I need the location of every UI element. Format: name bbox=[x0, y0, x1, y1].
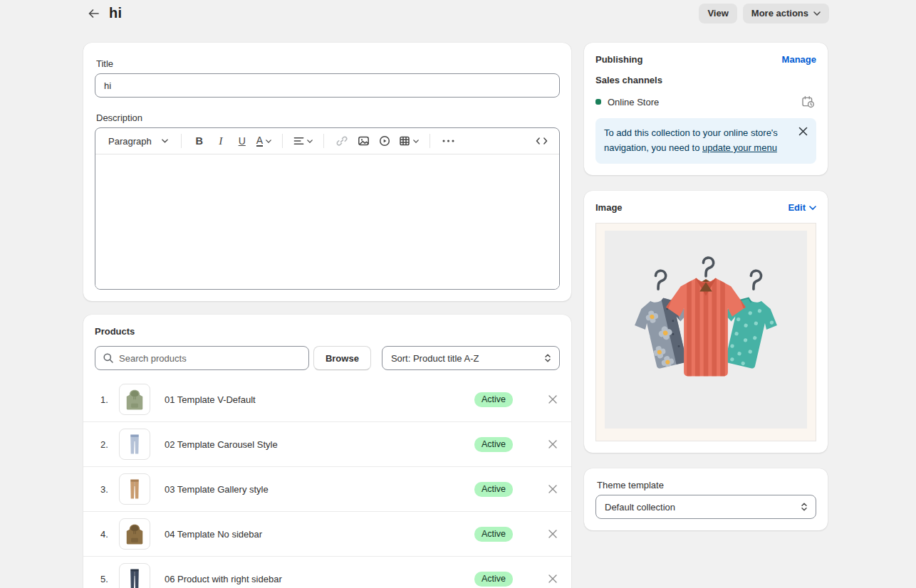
product-row: 2. 02 Template Carousel Style Active bbox=[83, 422, 571, 467]
publishing-card: Publishing Manage Sales channels Online … bbox=[584, 43, 828, 175]
channel-status-dot bbox=[595, 99, 601, 105]
status-badge: Active bbox=[474, 482, 513, 497]
sort-select[interactable]: Sort: Product title A-Z bbox=[382, 346, 560, 370]
title-label: Title bbox=[96, 58, 560, 69]
product-name-link[interactable]: 01 Template V-Default bbox=[165, 394, 474, 405]
updown-stepper-icon bbox=[543, 353, 552, 363]
insert-video-button[interactable] bbox=[375, 131, 394, 151]
alignment-button[interactable] bbox=[291, 131, 315, 151]
more-actions-button[interactable]: More actions bbox=[743, 4, 829, 23]
product-thumbnail bbox=[119, 473, 150, 505]
link-icon bbox=[336, 135, 348, 147]
underline-button[interactable]: U bbox=[233, 131, 251, 151]
title-input[interactable] bbox=[95, 73, 560, 98]
chevron-down-icon bbox=[413, 140, 419, 143]
product-thumbnail bbox=[119, 429, 150, 460]
chevron-down-icon bbox=[307, 140, 313, 143]
video-play-icon bbox=[379, 135, 390, 147]
remove-product-button[interactable] bbox=[544, 570, 561, 587]
image-heading: Image bbox=[595, 202, 623, 213]
italic-icon: I bbox=[219, 135, 222, 147]
chevron-down-icon bbox=[162, 139, 168, 143]
back-button[interactable] bbox=[85, 5, 103, 22]
search-icon bbox=[103, 352, 114, 364]
product-name-link[interactable]: 02 Template Carousel Style bbox=[165, 439, 474, 450]
remove-product-button[interactable] bbox=[544, 436, 561, 453]
product-row: 5. 06 Product with right sidebar Active bbox=[83, 557, 571, 588]
close-icon bbox=[548, 574, 557, 583]
product-index: 3. bbox=[100, 484, 119, 495]
schedule-publish-button[interactable] bbox=[800, 94, 816, 110]
toolbar-divider bbox=[430, 134, 430, 148]
close-icon bbox=[548, 395, 557, 404]
description-editor: Paragraph B I U A bbox=[95, 127, 560, 290]
link-button[interactable] bbox=[333, 131, 351, 151]
status-badge: Active bbox=[474, 392, 513, 407]
close-icon bbox=[548, 530, 557, 538]
insert-table-button[interactable] bbox=[397, 131, 421, 151]
image-icon bbox=[358, 135, 370, 147]
product-row: 1. 01 Template V-Default Active bbox=[83, 377, 571, 422]
remove-product-button[interactable] bbox=[544, 391, 561, 408]
description-label: Description bbox=[96, 112, 560, 123]
underline-icon: U bbox=[239, 135, 246, 147]
product-thumbnail bbox=[119, 384, 150, 415]
arrow-left-icon bbox=[88, 8, 100, 19]
close-icon bbox=[548, 485, 557, 493]
products-card: Products Browse Sort: Product title A-Z bbox=[83, 315, 571, 588]
navigation-info-banner: To add this collection to your online st… bbox=[595, 118, 816, 164]
edit-image-dropdown[interactable]: Edit bbox=[788, 202, 816, 213]
banner-close-button[interactable] bbox=[796, 125, 810, 138]
search-products-field bbox=[95, 346, 309, 370]
close-icon bbox=[798, 127, 808, 136]
text-color-icon: A bbox=[256, 135, 263, 147]
browse-button[interactable]: Browse bbox=[313, 346, 371, 370]
theme-template-label: Theme template bbox=[597, 480, 816, 490]
theme-template-select[interactable]: Default collection bbox=[595, 495, 816, 519]
editor-toolbar: Paragraph B I U A bbox=[95, 128, 559, 154]
status-badge: Active bbox=[474, 527, 513, 542]
collection-image[interactable] bbox=[595, 223, 816, 441]
update-menu-link[interactable]: update your menu bbox=[702, 142, 777, 153]
italic-button[interactable]: I bbox=[212, 131, 230, 151]
product-name-link[interactable]: 06 Product with right sidebar bbox=[165, 574, 474, 584]
view-button[interactable]: View bbox=[699, 4, 737, 23]
chevron-down-icon bbox=[809, 206, 816, 210]
close-icon bbox=[548, 440, 557, 448]
description-content[interactable] bbox=[95, 154, 559, 289]
product-thumbnail bbox=[119, 563, 150, 588]
bold-icon: B bbox=[195, 135, 202, 147]
product-name-link[interactable]: 04 Template No sidebar bbox=[165, 529, 474, 540]
product-name-link[interactable]: 03 Template Gallery style bbox=[165, 484, 474, 495]
product-row: 3. 03 Template Gallery style Active bbox=[83, 467, 571, 512]
updown-stepper-icon bbox=[800, 502, 808, 512]
status-badge: Active bbox=[474, 572, 513, 587]
toolbar-divider bbox=[282, 134, 283, 148]
code-icon bbox=[536, 136, 548, 146]
product-rows: 1. 01 Template V-Default Active 2. 02 Te… bbox=[83, 377, 571, 588]
product-row: 4. 04 Template No sidebar Active bbox=[83, 512, 571, 557]
chevron-down-icon bbox=[813, 11, 821, 16]
toolbar-divider bbox=[323, 134, 324, 148]
product-thumbnail bbox=[119, 518, 150, 550]
table-icon bbox=[399, 135, 410, 147]
product-index: 2. bbox=[100, 439, 119, 450]
calendar-clock-icon bbox=[801, 95, 815, 108]
code-view-button[interactable] bbox=[532, 131, 551, 151]
channel-row: Online Store bbox=[595, 94, 816, 110]
text-color-button[interactable]: A bbox=[254, 131, 274, 151]
paragraph-style-dropdown[interactable]: Paragraph bbox=[104, 131, 172, 151]
bold-button[interactable]: B bbox=[190, 131, 209, 151]
sales-channels-heading: Sales channels bbox=[595, 75, 816, 85]
more-formatting-button[interactable] bbox=[439, 131, 457, 151]
publishing-heading: Publishing bbox=[595, 54, 642, 65]
product-index: 4. bbox=[100, 529, 119, 540]
remove-product-button[interactable] bbox=[544, 525, 561, 542]
product-index: 1. bbox=[100, 394, 119, 405]
image-card: Image Edit bbox=[584, 191, 828, 453]
remove-product-button[interactable] bbox=[544, 481, 561, 498]
search-products-input[interactable] bbox=[119, 353, 301, 364]
manage-link[interactable]: Manage bbox=[782, 54, 816, 65]
toolbar-divider bbox=[181, 134, 182, 148]
insert-image-button[interactable] bbox=[354, 131, 373, 151]
